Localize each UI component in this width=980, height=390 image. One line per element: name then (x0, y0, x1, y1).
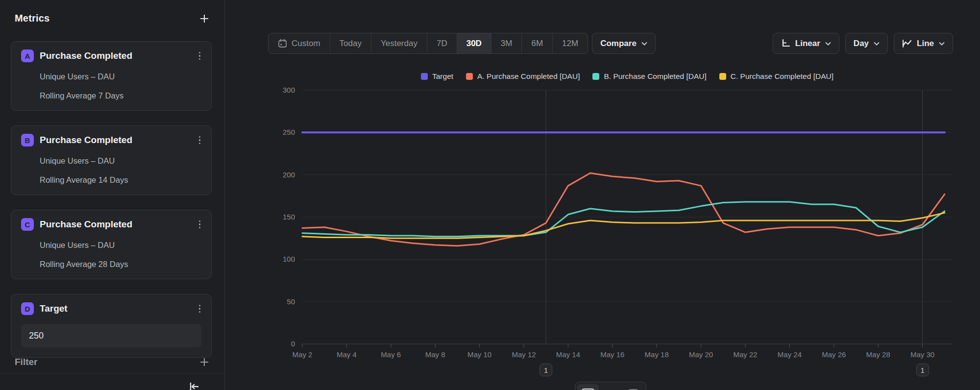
metric-card-header: DTarget (21, 302, 201, 315)
filter-section-title: Filter (15, 357, 37, 367)
sidebar-header: Metrics (0, 0, 224, 24)
kebab-menu-icon[interactable] (198, 50, 202, 62)
chart-panel: CustomTodayYesterday7D30D3M6M12M Compare… (225, 0, 980, 390)
y-axis-tick-label: 0 (291, 340, 295, 348)
kebab-menu-icon[interactable] (198, 134, 202, 146)
metric-card-list: APurchase CompletedUnique Users – DAURol… (11, 41, 212, 372)
app-root: { "colors": { "background": "#1e1f23", "… (0, 0, 980, 390)
chart-view-switcher (575, 382, 646, 390)
metric-card-c[interactable]: CPurchase CompletedUnique Users – DAURol… (11, 210, 212, 279)
x-axis-tick-label: May 22 (733, 350, 757, 359)
metric-title: Purchase Completed (40, 135, 198, 146)
metric-card-b[interactable]: BPurchase CompletedUnique Users – DAURol… (11, 125, 212, 195)
series-line[interactable] (302, 202, 945, 237)
collapse-left-icon (188, 381, 200, 390)
metric-letter-badge: C (21, 218, 34, 231)
annotation-badge[interactable]: 1 (539, 364, 552, 376)
x-axis-tick-label: May 2 (293, 350, 313, 359)
metric-detail-line: Unique Users – DAU (40, 72, 201, 81)
x-axis-tick-label: May 18 (645, 350, 669, 359)
collapse-sidebar-button[interactable] (185, 380, 203, 390)
metric-detail-line: Rolling Average 14 Days (40, 175, 201, 185)
chart-view-expanded-button[interactable] (577, 384, 599, 390)
y-axis-tick-label: 250 (283, 128, 295, 136)
x-axis-tick-label: May 28 (866, 350, 890, 359)
annotation-badge[interactable]: 1 (916, 364, 929, 376)
target-value-input[interactable]: 250 (21, 324, 201, 347)
x-axis-tick-label: May 10 (467, 350, 491, 359)
x-axis-tick-label: May 30 (910, 350, 934, 359)
plus-icon (199, 13, 210, 24)
line-chart[interactable]: 050100150200250300May 2May 4May 6May 8Ma… (225, 0, 980, 390)
chart-view-split-button[interactable] (600, 384, 621, 390)
x-axis-tick-label: May 6 (381, 350, 401, 359)
plus-icon (199, 357, 210, 367)
series-line[interactable] (302, 173, 945, 246)
kebab-menu-icon[interactable] (198, 219, 202, 231)
sidebar-divider (0, 373, 224, 374)
metric-detail-line: Unique Users – DAU (40, 156, 201, 166)
metric-detail-line: Unique Users – DAU (40, 241, 201, 250)
x-axis-tick-label: May 26 (822, 350, 846, 359)
metric-card-header: BPurchase Completed (21, 134, 201, 146)
metrics-sidebar: Metrics APurchase CompletedUnique Users … (0, 0, 225, 390)
metric-detail-line: Rolling Average 7 Days (40, 91, 201, 100)
y-axis-tick-label: 300 (283, 86, 295, 94)
filter-header: Filter (0, 357, 224, 367)
x-axis-tick-label: May 12 (512, 350, 536, 359)
metric-detail-line: Rolling Average 28 Days (40, 260, 201, 269)
metric-letter-badge: A (21, 49, 34, 62)
y-axis-tick-label: 200 (283, 171, 295, 179)
metric-card-header: APurchase Completed (21, 49, 201, 62)
y-axis-tick-label: 100 (283, 255, 295, 263)
series-line[interactable] (302, 213, 945, 238)
metric-letter-badge: B (21, 134, 34, 146)
metric-title: Purchase Completed (40, 219, 198, 230)
x-axis-tick-label: May 4 (337, 350, 357, 359)
metric-letter-badge: D (21, 302, 34, 315)
metric-card-d[interactable]: DTarget250 (11, 294, 212, 358)
metric-card-header: CPurchase Completed (21, 218, 201, 231)
x-axis-tick-label: May 24 (778, 350, 802, 359)
add-metric-button[interactable] (199, 13, 210, 24)
y-axis-tick-label: 150 (283, 213, 295, 221)
x-axis-tick-label: May 8 (425, 350, 445, 359)
metric-title: Target (40, 303, 198, 314)
chart-view-compact-button[interactable] (622, 384, 644, 390)
metric-card-a[interactable]: APurchase CompletedUnique Users – DAURol… (11, 41, 212, 111)
y-axis-tick-label: 50 (287, 297, 295, 306)
metrics-section-title: Metrics (15, 13, 49, 24)
x-axis-tick-label: May 16 (600, 350, 624, 359)
kebab-menu-icon[interactable] (198, 303, 202, 315)
x-axis-tick-label: May 20 (689, 350, 713, 359)
x-axis-tick-label: May 14 (556, 350, 580, 359)
add-filter-button[interactable] (199, 357, 210, 367)
metric-title: Purchase Completed (40, 50, 198, 61)
